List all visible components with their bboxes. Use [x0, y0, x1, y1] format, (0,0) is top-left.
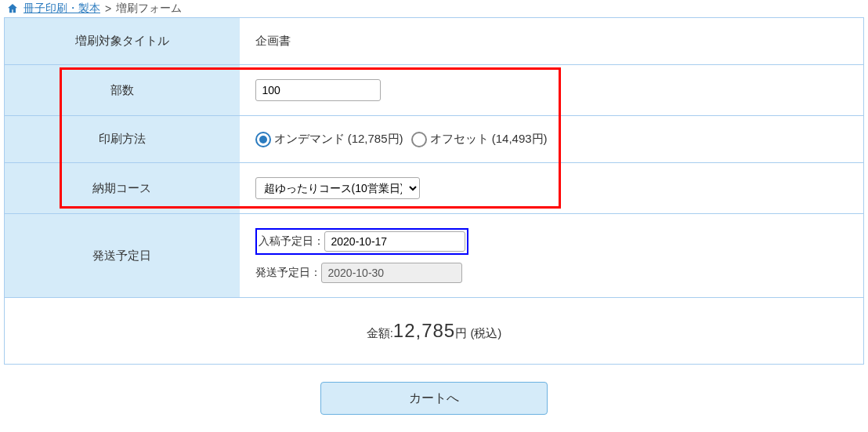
shipping-date-output	[321, 263, 462, 283]
radio-ondemand[interactable]	[255, 132, 271, 147]
breadcrumb-current: 増刷フォーム	[116, 2, 182, 16]
label-quantity: 部数	[5, 65, 240, 116]
label-dates: 発送予定日	[5, 214, 240, 298]
breadcrumb: 冊子印刷・製本 > 増刷フォーム	[0, 0, 868, 17]
submission-date-input[interactable]	[324, 231, 465, 252]
home-icon	[6, 2, 19, 15]
reprint-form-table: 増刷対象タイトル 企画書 部数 印刷方法 オンデマンド (12,785円) オフ…	[4, 17, 864, 365]
label-method: 印刷方法	[5, 116, 240, 163]
shipping-date-label: 発送予定日：	[255, 266, 321, 280]
add-to-cart-button[interactable]: カートへ	[320, 382, 548, 415]
submission-date-label: 入稿予定日：	[259, 234, 324, 249]
quantity-input[interactable]	[255, 79, 381, 101]
radio-offset-label: オフセット (14,493円)	[430, 132, 548, 147]
breadcrumb-link[interactable]: 冊子印刷・製本	[24, 2, 100, 16]
label-course: 納期コース	[5, 163, 240, 214]
price-label: 金額:	[367, 326, 393, 339]
price-currency: 円	[455, 326, 467, 339]
course-select[interactable]: 超ゆったりコース(10営業日)	[255, 177, 420, 199]
price-value: 12,785	[393, 320, 455, 341]
radio-offset[interactable]	[411, 132, 427, 147]
price-tax: (税込)	[470, 326, 501, 339]
label-title: 増刷対象タイトル	[5, 18, 240, 65]
breadcrumb-separator: >	[105, 2, 111, 15]
annotation-blue-box: 入稿予定日：	[255, 228, 468, 255]
radio-ondemand-label: オンデマンド (12,785円)	[274, 132, 403, 147]
value-title: 企画書	[255, 34, 291, 47]
